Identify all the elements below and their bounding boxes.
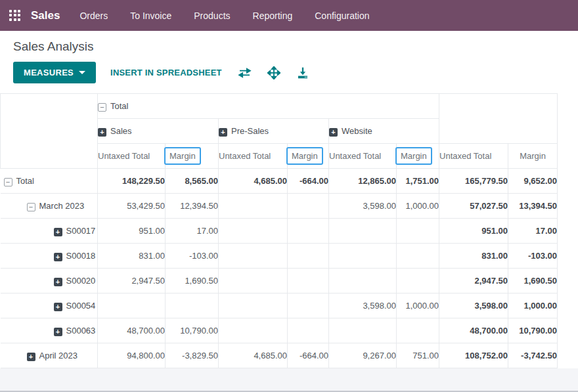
- pivot-cell[interactable]: 148,229.50: [98, 169, 166, 194]
- pivot-cell[interactable]: 10,790.00: [508, 318, 558, 343]
- pivot-cell[interactable]: [219, 294, 288, 318]
- pivot-cell[interactable]: 4,685.00: [219, 169, 288, 194]
- pivot-cell[interactable]: 17.00: [508, 219, 558, 244]
- col-group-sales[interactable]: Sales: [98, 119, 219, 144]
- nav-item-products[interactable]: Products: [194, 11, 230, 21]
- measure-header-untaxed-total[interactable]: Untaxed Total: [98, 144, 166, 169]
- pivot-cell[interactable]: 1,000.00: [508, 294, 558, 318]
- row-header-s00018[interactable]: S00018: [1, 244, 98, 269]
- measure-header-margin[interactable]: Margin: [166, 144, 219, 169]
- nav-item-configuration[interactable]: Configuration: [315, 11, 369, 21]
- apps-menu-icon[interactable]: [9, 10, 21, 22]
- measure-header-margin[interactable]: Margin: [288, 144, 329, 169]
- pivot-cell[interactable]: 3,598.00: [329, 194, 397, 219]
- col-group-website[interactable]: Website: [329, 119, 439, 144]
- pivot-cell[interactable]: 165,779.50: [439, 169, 508, 194]
- pivot-cell[interactable]: 17.00: [166, 219, 219, 244]
- pivot-cell[interactable]: [98, 294, 166, 318]
- pivot-cell[interactable]: [288, 294, 329, 318]
- row-header-march-2023[interactable]: March 2023: [1, 194, 98, 219]
- pivot-cell[interactable]: -3,829.50: [166, 343, 219, 368]
- download-icon[interactable]: [296, 66, 309, 79]
- row-header-s00054[interactable]: S00054: [1, 294, 98, 318]
- pivot-cell[interactable]: [288, 219, 329, 244]
- pivot-cell[interactable]: [288, 269, 329, 294]
- pivot-cell[interactable]: 751.00: [397, 343, 439, 368]
- nav-item-reporting[interactable]: Reporting: [253, 11, 293, 21]
- pivot-cell[interactable]: 9,652.00: [508, 169, 558, 194]
- pivot-cell[interactable]: 53,429.50: [98, 194, 166, 219]
- measure-label: Untaxed Total: [329, 149, 381, 163]
- pivot-cell[interactable]: -103.00: [166, 244, 219, 269]
- pivot-cell[interactable]: 3,598.00: [329, 294, 397, 318]
- expand-all-icon[interactable]: [267, 66, 280, 79]
- pivot-cell[interactable]: 1,000.00: [397, 194, 439, 219]
- pivot-cell[interactable]: 8,565.00: [166, 169, 219, 194]
- row-header-s00063[interactable]: S00063: [1, 318, 98, 343]
- pivot-cell[interactable]: [397, 219, 439, 244]
- flip-axis-icon[interactable]: [238, 66, 252, 79]
- row-header-total[interactable]: Total: [1, 169, 98, 194]
- pivot-cell[interactable]: 10,790.00: [166, 318, 219, 343]
- pivot-cell[interactable]: [329, 219, 397, 244]
- row-header-s00017[interactable]: S00017: [1, 219, 98, 244]
- pivot-cell[interactable]: 2,947.50: [98, 269, 166, 294]
- pivot-cell[interactable]: [219, 244, 288, 269]
- pivot-cell[interactable]: 4,685.00: [219, 343, 288, 368]
- pivot-cell[interactable]: 831.00: [98, 244, 166, 269]
- col-group-total-header[interactable]: Total: [98, 94, 439, 119]
- pivot-cell[interactable]: [329, 244, 397, 269]
- pivot-cell[interactable]: [166, 294, 219, 318]
- pivot-cell[interactable]: [397, 318, 439, 343]
- pivot-cell[interactable]: [397, 244, 439, 269]
- pivot-cell[interactable]: 1,690.50: [166, 269, 219, 294]
- pivot-cell[interactable]: [329, 318, 397, 343]
- pivot-cell[interactable]: [397, 269, 439, 294]
- expand-icon: [27, 353, 35, 361]
- pivot-cell[interactable]: [219, 194, 288, 219]
- nav-item-to-invoice[interactable]: To Invoice: [130, 11, 171, 21]
- app-name[interactable]: Sales: [31, 9, 60, 22]
- row-header-april-2023[interactable]: April 2023: [1, 343, 98, 368]
- pivot-cell[interactable]: 48,700.00: [98, 318, 166, 343]
- pivot-cell[interactable]: 57,027.50: [439, 194, 508, 219]
- pivot-cell[interactable]: 1,751.00: [397, 169, 439, 194]
- nav-item-orders[interactable]: Orders: [79, 11, 108, 21]
- pivot-cell[interactable]: [288, 318, 329, 343]
- pivot-cell[interactable]: [219, 269, 288, 294]
- measure-header-margin[interactable]: Margin: [397, 144, 439, 169]
- pivot-cell[interactable]: -664.00: [288, 343, 329, 368]
- pivot-cell[interactable]: [288, 194, 329, 219]
- measure-header-margin[interactable]: Margin: [508, 144, 558, 169]
- pivot-cell[interactable]: [219, 219, 288, 244]
- pivot-cell[interactable]: 108,752.00: [439, 343, 508, 368]
- row-header-s00020[interactable]: S00020: [1, 269, 98, 294]
- pivot-cell[interactable]: 831.00: [439, 244, 508, 269]
- pivot-cell[interactable]: [219, 318, 288, 343]
- pivot-cell[interactable]: 3,598.00: [439, 294, 508, 318]
- measure-header-untaxed-total[interactable]: Untaxed Total: [329, 144, 397, 169]
- pivot-cell[interactable]: 9,267.00: [329, 343, 397, 368]
- pivot-cell[interactable]: 48,700.00: [439, 318, 508, 343]
- pivot-cell[interactable]: [288, 244, 329, 269]
- measure-header-untaxed-total[interactable]: Untaxed Total: [219, 144, 288, 169]
- pivot-cell[interactable]: -664.00: [288, 169, 329, 194]
- pivot-cell[interactable]: 12,865.00: [329, 169, 397, 194]
- pivot-cell[interactable]: 12,394.50: [166, 194, 219, 219]
- measures-button[interactable]: MEASURES: [13, 62, 96, 83]
- pivot-cell[interactable]: -3,742.50: [508, 343, 558, 368]
- pivot-cell[interactable]: 13,394.50: [508, 194, 558, 219]
- measure-label: Margin: [520, 149, 546, 163]
- col-group-pre-sales[interactable]: Pre-Sales: [219, 119, 329, 144]
- pivot-cell[interactable]: 1,690.50: [508, 269, 558, 294]
- pivot-cell[interactable]: 951.00: [98, 219, 166, 244]
- insert-in-spreadsheet-button[interactable]: INSERT IN SPREADSHEET: [110, 68, 222, 77]
- pivot-cell[interactable]: 951.00: [439, 219, 508, 244]
- table-row: April 202394,800.00-3,829.504,685.00-664…: [1, 343, 558, 368]
- pivot-cell[interactable]: -103.00: [508, 244, 558, 269]
- pivot-cell[interactable]: [329, 269, 397, 294]
- pivot-cell[interactable]: 2,947.50: [439, 269, 508, 294]
- pivot-cell[interactable]: 94,800.00: [98, 343, 166, 368]
- pivot-cell[interactable]: 1,000.00: [397, 294, 439, 318]
- measure-header-untaxed-total[interactable]: Untaxed Total: [439, 144, 508, 169]
